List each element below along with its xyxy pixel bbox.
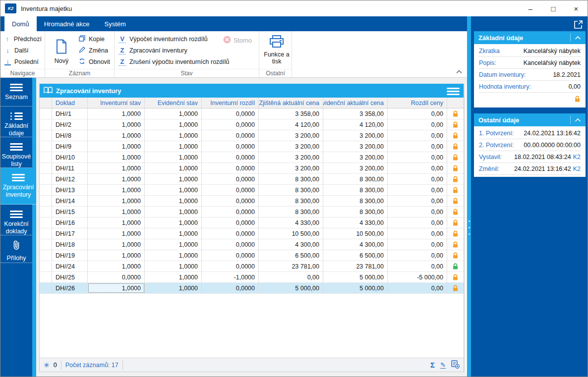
table-row[interactable]: DH//111,00001,00000,00003 200,003 200,00… — [40, 163, 464, 174]
cell-evidencni-stav[interactable]: 1,0000 — [145, 207, 202, 217]
table-row[interactable]: DH//250,00001,0000-1,00000,005 000,00-5 … — [40, 272, 464, 283]
cell-zjistena-aktualni-cena[interactable]: 5 000,00 — [259, 283, 323, 293]
add-document-icon[interactable] — [451, 360, 460, 370]
field-datum-inventury[interactable]: Datum inventury:18.2.2021 — [479, 69, 581, 81]
cell-doklad[interactable]: DH//14 — [52, 196, 88, 206]
field-vystavil[interactable]: Vystavil:18.02.2021 08:43:24K2 — [479, 151, 581, 163]
cell-doklad[interactable]: DH//10 — [52, 152, 88, 162]
cell-inventurni-stav[interactable]: 1,0000 — [88, 228, 145, 239]
field-zkratka[interactable]: ZkratkaKancelářský nábytek — [479, 45, 581, 57]
cell-rozdil-ceny[interactable]: 0,00 — [388, 250, 447, 261]
cell-inventurni-rozdil[interactable]: 0,0000 — [202, 174, 259, 184]
cell-rozdil-ceny[interactable]: 0,00 — [388, 283, 447, 293]
cell-doklad[interactable]: DH//24 — [52, 261, 88, 271]
close-button[interactable]: × — [565, 0, 588, 16]
cell-evidencni-stav[interactable]: 1,0000 — [145, 283, 202, 293]
field-2-potvrzeni[interactable]: 2. Potvrzení:00.00.0000 00:00:00 — [479, 139, 581, 151]
cell-rozdil-ceny[interactable]: 0,00 — [388, 239, 447, 250]
cell-doklad[interactable]: DH//25 — [52, 272, 88, 282]
row-selector[interactable] — [40, 196, 52, 206]
table-row[interactable]: DH//261,00001,00000,00005 000,005 000,00… — [40, 283, 464, 294]
cell-zjistena-aktualni-cena[interactable]: 3 200,00 — [259, 130, 323, 141]
row-selector[interactable] — [40, 174, 52, 184]
table-row[interactable]: DH//91,00001,00000,00003 200,003 200,000… — [40, 141, 464, 152]
table-menu-button[interactable] — [447, 86, 460, 95]
cell-evidencni-aktualni-cena[interactable]: 4 120,00 — [323, 119, 388, 130]
cell-evidencni-aktualni-cena[interactable]: 8 300,00 — [323, 207, 388, 217]
cell-evidencni-stav[interactable]: 1,0000 — [145, 228, 202, 239]
edit-button[interactable]: Změna — [79, 45, 110, 56]
cell-inventurni-rozdil[interactable]: 0,0000 — [202, 207, 259, 217]
cell-inventurni-stav[interactable]: 1,0000 — [88, 261, 145, 271]
cell-evidencni-stav[interactable]: 1,0000 — [145, 217, 202, 228]
cell-evidencni-stav[interactable]: 1,0000 — [145, 185, 202, 195]
cell-evidencni-aktualni-cena[interactable]: 3 200,00 — [323, 141, 388, 152]
cell-evidencni-stav[interactable]: 1,0000 — [145, 130, 202, 141]
column-header-inventurni-rozdil[interactable]: Inventurní rozdíl — [202, 98, 259, 108]
field-1-potvrzeni[interactable]: 1. Potvrzení:24.02.2021 13:16:42 — [479, 127, 581, 139]
cell-rozdil-ceny[interactable]: 0,00 — [388, 185, 447, 195]
cell-inventurni-stav[interactable]: 1,0000 — [88, 163, 145, 173]
cell-evidencni-stav[interactable]: 1,0000 — [145, 163, 202, 173]
row-selector[interactable] — [40, 272, 52, 282]
cell-inventurni-stav[interactable]: 1,0000 — [88, 283, 145, 293]
cell-inventurni-stav[interactable]: 1,0000 — [88, 152, 145, 162]
cell-rozdil-ceny[interactable]: 0,00 — [388, 196, 447, 206]
cell-rozdil-ceny[interactable]: 0,00 — [388, 217, 447, 228]
field-popis[interactable]: Popis:Kancelářský nábytek — [479, 57, 581, 69]
previous-button[interactable]: ↑ Předchozí — [4, 33, 42, 45]
table-row[interactable]: DH//11,00001,00000,00003 358,003 358,000… — [40, 108, 464, 119]
table-row[interactable]: DH//21,00001,00000,00004 120,004 120,000… — [40, 119, 464, 130]
sidebar-item-prilohy[interactable]: Přílohy — [0, 235, 32, 263]
cell-rozdil-ceny[interactable]: -5 000,00 — [388, 272, 447, 282]
cell-doklad[interactable]: DH//13 — [52, 185, 88, 195]
sidebar-item-zakladni-udaje[interactable]: Základní údaje — [0, 107, 32, 137]
funkce-a-tisk-button[interactable]: Funkce a tisk — [263, 33, 290, 65]
cell-evidencni-aktualni-cena[interactable]: 8 300,00 — [323, 185, 388, 195]
cell-inventurni-rozdil[interactable]: 0,0000 — [202, 283, 259, 293]
cell-rozdil-ceny[interactable]: 0,00 — [388, 228, 447, 239]
cell-evidencni-stav[interactable]: 1,0000 — [145, 152, 202, 162]
panel-splitter[interactable] — [467, 16, 471, 377]
cell-inventurni-rozdil[interactable]: 0,0000 — [202, 228, 259, 239]
cell-inventurni-rozdil[interactable]: 0,0000 — [202, 119, 259, 130]
cell-evidencni-stav[interactable]: 1,0000 — [145, 119, 202, 130]
row-selector[interactable] — [40, 228, 52, 239]
cell-inventurni-rozdil[interactable]: 0,0000 — [202, 185, 259, 195]
cell-inventurni-rozdil[interactable]: 0,0000 — [202, 163, 259, 173]
row-selector[interactable] — [40, 261, 52, 271]
cell-inventurni-rozdil[interactable]: 0,0000 — [202, 239, 259, 250]
cell-inventurni-stav[interactable]: 1,0000 — [88, 250, 145, 261]
cell-rozdil-ceny[interactable]: 0,00 — [388, 174, 447, 184]
row-selector[interactable] — [40, 119, 52, 130]
row-selector[interactable] — [40, 239, 52, 250]
cell-zjistena-aktualni-cena[interactable]: 8 300,00 — [259, 207, 323, 217]
column-header-inventurni-stav[interactable]: Inventurní stav — [88, 98, 145, 108]
row-selector[interactable] — [40, 141, 52, 152]
next-button[interactable]: ↓ Další — [4, 45, 42, 56]
open-in-window-icon[interactable] — [574, 20, 583, 31]
cell-zjistena-aktualni-cena[interactable]: 3 200,00 — [259, 141, 323, 152]
cell-inventurni-rozdil[interactable]: 0,0000 — [202, 217, 259, 228]
cell-inventurni-rozdil[interactable]: 0,0000 — [202, 141, 259, 152]
cell-zjistena-aktualni-cena[interactable]: 6 500,00 — [259, 250, 323, 261]
edit-record-icon[interactable]: ✎ — [440, 362, 446, 369]
copy-button[interactable]: Kopie — [79, 33, 110, 45]
cell-doklad[interactable]: DH//26 — [52, 283, 88, 293]
cell-rozdil-ceny[interactable]: 0,00 — [388, 261, 447, 271]
sidebar-item-korekcni-doklady[interactable]: Korekční doklady — [0, 205, 32, 235]
cell-evidencni-aktualni-cena[interactable]: 3 200,00 — [323, 152, 388, 162]
cell-inventurni-rozdil[interactable]: -1,0000 — [202, 272, 259, 282]
table-row[interactable]: DH//141,00001,00000,00008 300,008 300,00… — [40, 196, 464, 207]
cell-zjistena-aktualni-cena[interactable]: 0,00 — [259, 272, 323, 282]
section-header[interactable]: Ostatní údaje — [474, 113, 586, 126]
cell-zjistena-aktualni-cena[interactable]: 4 120,00 — [259, 119, 323, 130]
cell-inventurni-rozdil[interactable]: 0,0000 — [202, 130, 259, 141]
row-selector[interactable] — [40, 217, 52, 228]
cell-evidencni-aktualni-cena[interactable]: 4 300,00 — [323, 239, 388, 250]
cell-rozdil-ceny[interactable]: 0,00 — [388, 130, 447, 141]
cell-rozdil-ceny[interactable]: 0,00 — [388, 108, 447, 119]
cell-doklad[interactable]: DH//19 — [52, 250, 88, 261]
cell-zjistena-aktualni-cena[interactable]: 4 300,00 — [259, 239, 323, 250]
cell-evidencni-aktualni-cena[interactable]: 4 330,00 — [323, 217, 388, 228]
